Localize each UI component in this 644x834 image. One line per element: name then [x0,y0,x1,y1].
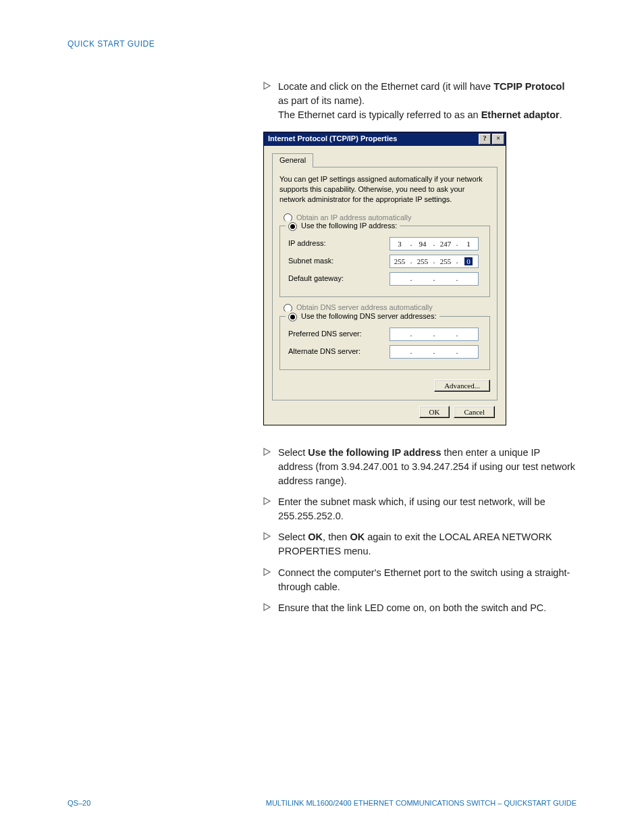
step-select-ip: Select Use the following IP address then… [263,446,576,488]
triangle-icon [263,497,271,523]
ok-button[interactable]: OK [419,406,450,418]
text: . [560,109,562,120]
radio-use-dns[interactable]: Use the following DNS server addresses: [286,311,439,322]
tab-general[interactable]: General [272,153,313,167]
ip-octet: 3 [390,240,409,248]
radio-icon [288,313,297,321]
triangle-icon [263,448,271,488]
help-button[interactable]: ? [479,134,491,145]
text-bold: TCPIP Protocol [493,81,564,92]
text-bold: Ethernet adaptor [481,109,560,120]
step-select-ok: Select OK, then OK again to exit the LOC… [263,530,576,558]
dialog-titlebar: Internet Protocol (TCP/IP) Properties ? … [264,132,506,146]
label-preferred-dns: Preferred DNS server: [288,329,390,340]
text: The Ethernet card is typically referred … [278,109,481,120]
triangle-icon [263,82,271,122]
radio-use-ip[interactable]: Use the following IP address: [286,221,400,232]
radio-label: Use the following IP address: [301,221,397,232]
step-connect-cable: Connect the computer's Ethernet port to … [263,566,576,594]
page-number: QS–20 [68,799,90,807]
radio-icon [288,222,297,231]
subnet-mask-input[interactable]: 255. 255. 255. 0 [390,255,479,268]
triangle-icon [263,532,271,558]
advanced-button[interactable]: Advanced... [434,380,490,392]
ip-address-input[interactable]: 3. 94. 247. 1 [390,237,479,251]
gateway-input[interactable]: . . . [390,272,479,286]
dialog-title: Internet Protocol (TCP/IP) Properties [268,134,477,145]
label-mask: Subnet mask: [288,256,390,267]
label-gateway: Default gateway: [288,273,390,284]
fieldset-use-dns: Use the following DNS server addresses: … [279,316,490,370]
dialog-description: You can get IP settings assigned automat… [279,174,490,205]
footer-title: MULTILINK ML1600/2400 ETHERNET COMMUNICA… [266,799,576,807]
ip-octet: 255 [436,257,455,265]
cursor-highlight: 0 [464,257,473,265]
ip-octet: 255 [390,257,409,265]
text: as part of its name). [278,95,365,106]
label-ip: IP address: [288,238,390,249]
triangle-icon [263,603,271,615]
ip-octet: 247 [436,240,455,248]
alternate-dns-input[interactable]: ... [390,345,479,359]
ip-octet: 1 [459,240,478,248]
page-header: QUICK START GUIDE [68,39,576,49]
tcpip-properties-dialog: Internet Protocol (TCP/IP) Properties ? … [263,132,506,425]
step-subnet-mask: Enter the subnet mask which, if using ou… [263,495,576,523]
triangle-icon [263,568,271,594]
radio-label: Use the following DNS server addresses: [301,311,437,322]
ip-octet: 94 [413,240,432,248]
text: Locate and click on the Ethernet card (i… [278,81,493,92]
step-link-led: Ensure that the link LED come on, on bot… [263,601,576,615]
page-footer: QS–20 MULTILINK ML1600/2400 ETHERNET COM… [68,799,576,807]
label-alternate-dns: Alternate DNS server: [288,346,390,357]
close-button[interactable]: × [492,134,504,145]
step-locate-ethernet: Locate and click on the Ethernet card (i… [263,80,576,122]
ip-octet: 255 [413,257,432,265]
preferred-dns-input[interactable]: ... [390,328,479,341]
ip-octet: 0 [459,257,478,265]
cancel-button[interactable]: Cancel [454,406,495,418]
fieldset-use-ip: Use the following IP address: IP address… [279,226,490,297]
